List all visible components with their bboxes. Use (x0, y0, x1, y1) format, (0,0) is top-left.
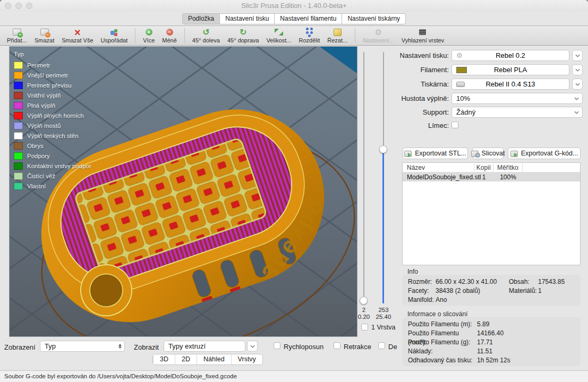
legend-item: Obrys (14, 141, 91, 151)
delete-button[interactable]: Smazat (35, 28, 54, 44)
slicing-info-box: Použito Filamentu (m): 5.89 Použito Fila… (402, 317, 581, 366)
layer-slider-top-thumb[interactable] (379, 145, 387, 153)
legend-color-swatch (14, 142, 23, 150)
scale-icon (274, 28, 284, 37)
layer-slider-bottom-thumb[interactable] (360, 297, 368, 305)
export-stl-button[interactable]: Exportovat STL... (403, 147, 468, 159)
window-title: Slic3r Prusa Edition - 1.40.0-beta+ (0, 0, 588, 12)
legend-item: Výplň tenkých stěn (14, 131, 91, 141)
chevron-down-icon (250, 345, 255, 348)
single-layer-checkbox[interactable] (361, 324, 368, 331)
travel-label: Rychloposun (284, 343, 323, 351)
retractions-checkbox[interactable] (334, 342, 340, 349)
legend-color-swatch (14, 112, 23, 119)
rotate-right-button[interactable]: 45° doprava (227, 28, 259, 44)
slicing-info-row: Použito Filamentu (g): 17.71 (408, 338, 581, 347)
chevron-down-icon (574, 97, 579, 100)
cut-button[interactable]: Řezat... (327, 28, 347, 44)
preset-combo[interactable]: Rebel PLA (451, 64, 569, 75)
statusbar: Soubor G-code byl exportován do /Users/v… (0, 370, 588, 382)
support-label: Support: (423, 108, 449, 116)
legend-item: Kontaktní vrstvy podpor (14, 161, 91, 171)
legend-color-swatch (14, 72, 23, 79)
legend-title: Typ (14, 51, 91, 57)
show-features-dropdown-button[interactable] (247, 341, 258, 352)
split-button[interactable]: Rozdělit (299, 28, 320, 44)
gear-icon (373, 28, 384, 37)
infill-density-dropdown[interactable]: 10% (451, 93, 583, 104)
mode-2d-button[interactable]: 2D (175, 354, 197, 364)
tab-podlozka[interactable]: Podložka (182, 13, 220, 24)
viewport-3d[interactable]: 3dexpo Typ Perimetr Vnější perimetr (10, 47, 357, 336)
zoom-window-button[interactable] (26, 3, 32, 9)
gear-icon (456, 51, 463, 59)
cut-icon (332, 28, 343, 37)
arrange-button[interactable]: Uspořádat (101, 28, 128, 44)
export-gcode-button[interactable]: Exportovat G-kód... (508, 147, 581, 159)
column-copies: Kopií (474, 164, 493, 171)
preset-dropdown-button[interactable] (572, 50, 583, 61)
legend-color-swatch (14, 102, 23, 109)
legend-item: Podpory (14, 151, 91, 161)
infill-density-label: Hustota výplně: (401, 94, 449, 102)
preset-combo[interactable]: Rebel II 0.4 S13 (451, 79, 569, 90)
layer-smoothing-button[interactable]: Vyhlazení vrstev (402, 28, 444, 44)
travel-checkbox[interactable] (274, 342, 280, 349)
filament-color-swatch (456, 67, 467, 73)
minimize-window-button[interactable] (15, 3, 22, 9)
app-window: Slic3r Prusa Edition - 1.40.0-beta+ Podl… (0, 0, 588, 382)
minus-circle-icon (164, 28, 175, 37)
info-row: Rozměr: 66.00 x 42.30 x 41.00 Obsah: 175… (408, 277, 581, 286)
slice-button[interactable]: Slicovat (472, 147, 504, 159)
chevron-down-icon (575, 83, 580, 86)
mode-layers-button[interactable]: Vrstvy (231, 354, 262, 364)
legend-item: Vlastní (14, 181, 91, 191)
delete-object-icon (39, 28, 50, 37)
slicing-info-row: Použito Filamentu (mm³): 14166.40 (408, 329, 581, 338)
scale-button[interactable]: Velikost... (266, 28, 291, 44)
settings-button[interactable]: Nastavení... (363, 28, 394, 44)
preset-dropdown-button[interactable] (572, 64, 583, 75)
slider-top-layer-height: 25.40 (373, 314, 394, 320)
more-copies-button[interactable]: Více (143, 28, 155, 44)
support-dropdown[interactable]: Žádný (451, 107, 583, 118)
legend-item: Plná výplň (14, 100, 91, 110)
window-controls (5, 3, 32, 9)
chevron-down-icon (575, 54, 580, 57)
legend-color-swatch (14, 172, 23, 180)
add-button[interactable]: Přidat... (7, 28, 27, 44)
legend-item: Perimetr (14, 60, 91, 70)
brim-checkbox[interactable] (451, 121, 458, 128)
status-message: Soubor G-code byl exportován do /Users/v… (4, 373, 237, 379)
fewer-copies-button[interactable]: Méně (162, 28, 177, 44)
legend-color-swatch (14, 183, 23, 190)
tab-nastaveni-tiskarny[interactable]: Nastavení tiskárny (342, 13, 406, 24)
preset-combo[interactable]: Rebel 0.2 (451, 50, 569, 61)
toolbar: Přidat... Smazat Smazat Vše (0, 25, 588, 46)
toolbar-separator (355, 28, 355, 43)
layer-slider-bottom[interactable] (363, 52, 364, 303)
legend-item: Čistící věž (14, 171, 91, 181)
slider-bottom-layer-height: 0.20 (355, 314, 373, 320)
object-list-row[interactable]: ModelDoSouboje_fixed.stl 1 100% (403, 172, 580, 181)
chevron-down-icon (574, 111, 579, 114)
column-name: Název (403, 164, 474, 171)
tab-nastaveni-tisku[interactable]: Nastavení tisku (220, 13, 275, 24)
truncated-checkbox[interactable] (378, 342, 385, 349)
select-stepper-icon (118, 342, 122, 350)
layer-slider-fill (382, 150, 384, 303)
view-mode-select[interactable]: Typ (40, 341, 125, 352)
show-features-combo[interactable]: Typy extruzí (164, 341, 245, 352)
rotate-left-button[interactable]: 45° doleva (192, 28, 220, 44)
mode-preview-button[interactable]: Náhled (197, 354, 231, 364)
tab-nastaveni-filamentu[interactable]: Nastavení filamentu (275, 13, 342, 24)
delete-all-button[interactable]: Smazat Vše (62, 28, 93, 44)
mode-3d-button[interactable]: 3D (153, 354, 175, 364)
object-list-header: Název Kopií Měřítko (403, 163, 580, 172)
brim-label: Límec: (428, 121, 449, 129)
printer-icon (456, 82, 465, 87)
preset-dropdown-button[interactable] (572, 79, 583, 90)
close-window-button[interactable] (5, 3, 11, 9)
preset-row: Nastavení tisku: Rebel 0.2 (396, 50, 588, 61)
slicing-info-row: Odhadovaný čas tisku: 1h 52m 12s (408, 356, 581, 365)
